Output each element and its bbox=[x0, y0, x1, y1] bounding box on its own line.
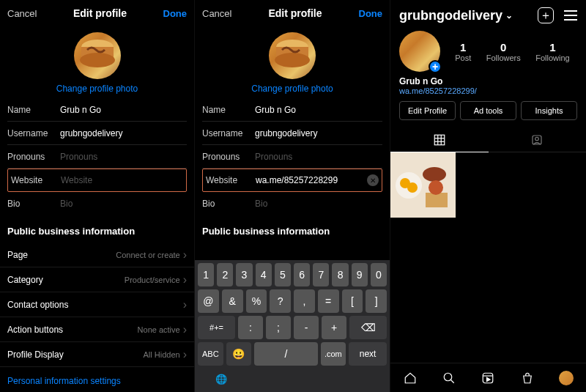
following-count: 1 bbox=[535, 41, 569, 53]
post-thumbnail[interactable] bbox=[390, 152, 456, 218]
svg-line-21 bbox=[450, 380, 454, 383]
change-photo-link[interactable]: Change profile photo bbox=[195, 84, 390, 94]
pronouns-row[interactable]: Pronouns Pronouns bbox=[7, 145, 187, 169]
pronouns-row[interactable]: Pronouns Pronouns bbox=[202, 145, 382, 169]
username-value[interactable]: grubngodelivery bbox=[60, 128, 187, 138]
key-minus[interactable]: - bbox=[294, 316, 319, 339]
page-row[interactable]: Page Connect or create› bbox=[0, 243, 194, 267]
website-value[interactable]: wa.me/85257228299 bbox=[256, 175, 367, 185]
posts-label: Post bbox=[455, 53, 471, 62]
name-value[interactable]: Grub n Go bbox=[60, 105, 187, 115]
key-5[interactable]: 5 bbox=[275, 263, 291, 286]
key-shift[interactable]: #+= bbox=[198, 316, 235, 339]
username-row[interactable]: Username grubngodelivery bbox=[202, 122, 382, 145]
username-text: grubngodelivery bbox=[399, 8, 502, 23]
key-rbrack[interactable]: ] bbox=[366, 289, 387, 313]
profile-screen: grubngodelivery ⌄ ＋ + 1 Post 0 Followers… bbox=[390, 0, 586, 392]
key-8[interactable]: 8 bbox=[332, 263, 348, 286]
edit-profile-button[interactable]: Edit Profile bbox=[399, 101, 456, 120]
key-2[interactable]: 2 bbox=[217, 263, 233, 286]
chevron-right-icon: › bbox=[183, 248, 187, 262]
reels-icon[interactable] bbox=[480, 370, 496, 386]
key-next[interactable]: next bbox=[349, 342, 387, 366]
key-amp[interactable]: & bbox=[222, 289, 243, 313]
pronouns-placeholder[interactable]: Pronouns bbox=[60, 152, 187, 162]
cancel-button[interactable]: Cancel bbox=[202, 8, 231, 19]
website-placeholder[interactable]: Website bbox=[61, 175, 183, 185]
add-story-badge[interactable]: + bbox=[429, 60, 442, 73]
username-label: Username bbox=[202, 128, 255, 138]
grid-tab[interactable] bbox=[390, 127, 489, 152]
key-lbrack[interactable]: [ bbox=[342, 289, 363, 313]
followers-stat[interactable]: 0 Followers bbox=[486, 41, 521, 62]
username-value[interactable]: grubngodelivery bbox=[255, 128, 382, 138]
profile-nav-avatar[interactable] bbox=[558, 370, 574, 386]
key-comma[interactable]: , bbox=[294, 289, 315, 313]
key-semi[interactable]: ; bbox=[266, 316, 291, 339]
avatar-block[interactable]: Change profile photo bbox=[0, 26, 194, 98]
website-label: Website bbox=[203, 175, 256, 185]
website-row[interactable]: Website Website bbox=[7, 169, 187, 192]
done-button[interactable]: Done bbox=[359, 8, 383, 19]
action-buttons-row[interactable]: Action buttons None active› bbox=[0, 317, 194, 342]
profile-avatar[interactable] bbox=[269, 32, 316, 79]
chevron-right-icon: › bbox=[183, 348, 187, 361]
category-row[interactable]: Category Product/service› bbox=[0, 267, 194, 292]
key-9[interactable]: 9 bbox=[352, 263, 368, 286]
profile-avatar[interactable] bbox=[74, 32, 121, 79]
change-photo-link[interactable]: Change profile photo bbox=[0, 84, 194, 94]
profile-avatar[interactable]: + bbox=[399, 31, 440, 72]
shop-icon[interactable] bbox=[519, 370, 535, 386]
key-eq[interactable]: = bbox=[318, 289, 339, 313]
contact-options-row[interactable]: Contact options › bbox=[0, 292, 194, 317]
cancel-button[interactable]: Cancel bbox=[7, 8, 37, 19]
key-dotcom[interactable]: .com bbox=[321, 342, 346, 366]
key-4[interactable]: 4 bbox=[256, 263, 272, 286]
key-abc[interactable]: ABC bbox=[198, 342, 223, 366]
username-selector[interactable]: grubngodelivery ⌄ bbox=[399, 8, 513, 23]
home-icon[interactable] bbox=[402, 370, 418, 386]
key-6[interactable]: 6 bbox=[294, 263, 310, 286]
key-colon[interactable]: : bbox=[238, 316, 263, 339]
personal-info-link[interactable]: Personal information settings bbox=[0, 367, 194, 392]
key-7[interactable]: 7 bbox=[313, 263, 329, 286]
posts-stat[interactable]: 1 Post bbox=[455, 41, 471, 62]
name-row[interactable]: Name Grub n Go bbox=[202, 98, 382, 122]
avatar-block[interactable]: Change profile photo bbox=[195, 26, 390, 98]
name-row[interactable]: Name Grub n Go bbox=[7, 98, 187, 122]
profile-display-row[interactable]: Profile Display All Hidden› bbox=[0, 342, 194, 367]
tagged-tab[interactable] bbox=[489, 127, 587, 152]
pronouns-placeholder[interactable]: Pronouns bbox=[255, 152, 382, 162]
ad-tools-button[interactable]: Ad tools bbox=[460, 101, 516, 120]
bio-placeholder[interactable]: Bio bbox=[255, 199, 382, 209]
key-1[interactable]: 1 bbox=[198, 263, 214, 286]
key-slash[interactable]: / bbox=[254, 342, 317, 366]
ios-keyboard[interactable]: 1 2 3 4 5 6 7 8 9 0 @ & % ? , = [ ] #+= … bbox=[195, 260, 390, 392]
key-pct[interactable]: % bbox=[246, 289, 267, 313]
key-q[interactable]: ? bbox=[270, 289, 291, 313]
key-at[interactable]: @ bbox=[198, 289, 219, 313]
insights-button[interactable]: Insights bbox=[521, 101, 577, 120]
name-value[interactable]: Grub n Go bbox=[255, 105, 382, 115]
key-emoji[interactable]: 😀 bbox=[226, 342, 252, 366]
key-plus[interactable]: + bbox=[322, 316, 346, 339]
bio-row[interactable]: Bio Bio bbox=[7, 192, 187, 215]
globe-icon[interactable]: 🌐 bbox=[215, 374, 227, 385]
search-icon[interactable] bbox=[441, 370, 457, 386]
following-stat[interactable]: 1 Following bbox=[535, 41, 569, 62]
bio-row[interactable]: Bio Bio bbox=[202, 192, 382, 215]
key-0[interactable]: 0 bbox=[371, 263, 387, 286]
menu-icon[interactable] bbox=[564, 10, 577, 21]
bio-link[interactable]: wa.me/85257228299/ bbox=[399, 86, 577, 95]
clear-input-icon[interactable]: ✕ bbox=[367, 174, 379, 186]
done-button[interactable]: Done bbox=[163, 8, 188, 19]
key-backspace[interactable]: ⌫ bbox=[349, 316, 387, 339]
svg-point-19 bbox=[429, 180, 443, 195]
website-row[interactable]: Website wa.me/85257228299 ✕ bbox=[202, 169, 382, 192]
top-bar: Cancel Edit profile Done bbox=[0, 0, 194, 26]
key-3[interactable]: 3 bbox=[236, 263, 252, 286]
create-post-button[interactable]: ＋ bbox=[538, 7, 554, 23]
username-row[interactable]: Username grubngodelivery bbox=[7, 122, 187, 145]
pronouns-label: Pronouns bbox=[202, 152, 255, 162]
bio-placeholder[interactable]: Bio bbox=[60, 199, 187, 209]
